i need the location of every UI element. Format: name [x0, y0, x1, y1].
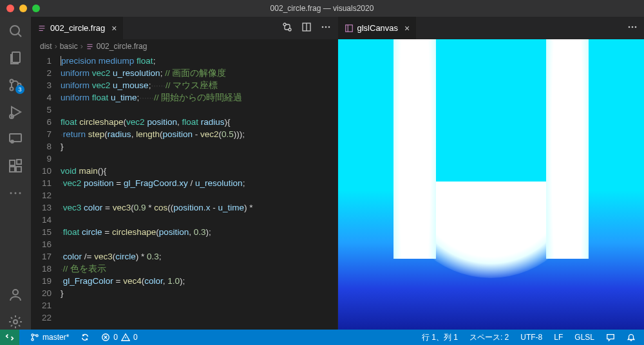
tab-label: 002_circle.frag [50, 23, 105, 33]
svg-rect-10 [16, 167, 21, 172]
shader-preview [338, 39, 645, 330]
language-mode[interactable]: GLSL [571, 333, 598, 342]
svg-rect-1 [12, 52, 20, 62]
chevron-right-icon: › [80, 42, 83, 51]
svg-rect-11 [17, 160, 21, 164]
svg-point-2 [10, 80, 14, 83]
svg-point-21 [325, 26, 327, 28]
extensions-icon[interactable] [8, 158, 23, 174]
file-icon [37, 24, 46, 33]
tab-circle-frag[interactable]: 002_circle.frag × [31, 17, 124, 39]
activity-bar: 3 [0, 17, 31, 330]
svg-point-17 [283, 23, 286, 26]
tab-bar-right: glslCanvas × [338, 17, 645, 39]
notifications-icon[interactable] [623, 333, 639, 342]
svg-point-12 [10, 192, 12, 194]
minimize-window[interactable] [19, 5, 27, 12]
split-editor-icon[interactable] [301, 22, 312, 35]
svg-rect-9 [10, 167, 15, 172]
shader-shape [546, 39, 589, 259]
code-lines[interactable]: precision mediump float;uniform vec2 u_r… [61, 53, 337, 330]
tab-glslcanvas[interactable]: glslCanvas × [338, 17, 417, 39]
warning-count: 0 [133, 333, 138, 342]
search-icon[interactable] [8, 23, 23, 39]
preview-icon [345, 24, 354, 33]
close-icon[interactable]: × [404, 24, 410, 33]
problems-indicator[interactable]: 0 0 [98, 333, 140, 342]
editor-pane-right: glslCanvas × [337, 17, 645, 330]
svg-point-22 [328, 26, 330, 28]
remote-indicator[interactable] [0, 330, 19, 345]
file-icon [86, 42, 94, 51]
maximize-window[interactable] [32, 5, 40, 12]
line-gutter: 12345678910111213141516171819202122 [31, 53, 61, 330]
svg-point-26 [635, 26, 637, 28]
feedback-icon[interactable] [603, 333, 618, 342]
svg-rect-8 [10, 160, 15, 165]
crumb-folder[interactable]: dist [40, 42, 52, 51]
titlebar: 002_circle.frag — visuals2020 [0, 0, 644, 17]
svg-point-16 [14, 320, 17, 324]
tab-bar-left: 002_circle.frag × [31, 17, 337, 39]
code-editor[interactable]: 12345678910111213141516171819202122 prec… [31, 53, 337, 330]
main-area: 3 002_circle.frag × [0, 17, 644, 330]
git-branch[interactable]: master* [27, 333, 72, 342]
source-control-icon[interactable]: 3 [8, 77, 23, 93]
error-count: 0 [113, 333, 118, 342]
window-title: 002_circle.frag — visuals2020 [0, 4, 644, 13]
svg-point-3 [10, 88, 14, 91]
breadcrumbs[interactable]: dist › basic › 002_circle.frag [31, 39, 337, 53]
svg-point-25 [632, 26, 634, 28]
tab-actions [621, 17, 644, 39]
status-bar: master* 0 0 行 1、列 1 スペース: 2 UTF-8 LF GLS… [0, 330, 644, 345]
branch-name: master* [43, 333, 69, 342]
svg-point-27 [32, 334, 33, 336]
compare-changes-icon[interactable] [282, 22, 292, 35]
settings-gear-icon[interactable] [8, 314, 23, 330]
scm-badge: 3 [15, 85, 24, 94]
more-icon[interactable] [321, 22, 331, 35]
window-controls [6, 5, 40, 12]
cursor-position[interactable]: 行 1、列 1 [419, 332, 461, 343]
explorer-icon[interactable] [8, 50, 23, 66]
remote-explorer-icon[interactable] [8, 131, 23, 147]
svg-rect-23 [345, 24, 352, 32]
svg-point-14 [19, 192, 21, 194]
debug-icon[interactable] [8, 104, 23, 120]
tab-label: glslCanvas [357, 23, 399, 33]
shader-shape [393, 39, 436, 259]
svg-point-29 [36, 335, 38, 337]
tab-actions [276, 17, 337, 39]
svg-point-18 [289, 28, 291, 31]
close-window[interactable] [6, 5, 14, 12]
svg-point-20 [321, 26, 323, 28]
more-icon[interactable] [8, 185, 23, 201]
crumb-folder[interactable]: basic [60, 42, 78, 51]
eol[interactable]: LF [551, 333, 566, 342]
encoding[interactable]: UTF-8 [517, 333, 545, 342]
editor-group: 002_circle.frag × dist › basic › 002_cir… [31, 17, 644, 330]
svg-point-0 [10, 26, 19, 35]
crumb-file[interactable]: 002_circle.frag [97, 42, 147, 51]
editor-pane-left: 002_circle.frag × dist › basic › 002_cir… [31, 17, 337, 330]
chevron-right-icon: › [55, 42, 57, 51]
account-icon[interactable] [8, 287, 23, 303]
svg-point-24 [629, 26, 630, 28]
close-icon[interactable]: × [111, 24, 117, 33]
svg-point-15 [13, 290, 18, 295]
more-icon[interactable] [627, 22, 638, 35]
svg-point-28 [32, 339, 33, 340]
sync-button[interactable] [77, 333, 93, 342]
indentation[interactable]: スペース: 2 [466, 332, 512, 343]
svg-point-13 [15, 192, 17, 194]
